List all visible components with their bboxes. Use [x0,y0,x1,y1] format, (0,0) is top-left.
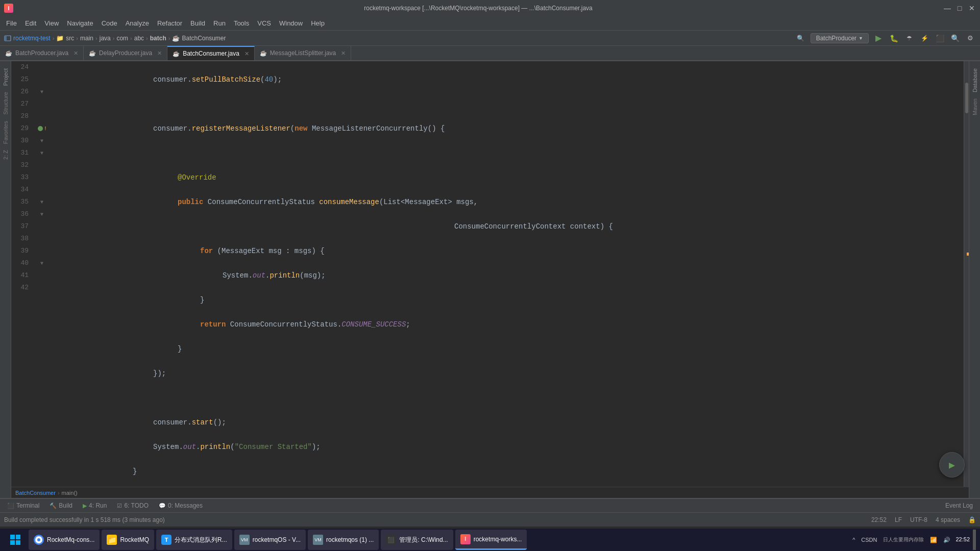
run-config-button[interactable]: BatchProducer ▼ [811,33,869,43]
sidebar-structure[interactable]: Structure [2,89,10,118]
sidebar-favorites[interactable]: Favorites [2,118,10,147]
tab-close-messagelistsplitter[interactable]: ✕ [341,50,346,57]
tab-close-batchproducer[interactable]: ✕ [74,50,78,57]
menu-navigate[interactable]: Navigate [63,17,97,29]
nav-java[interactable]: java [100,35,111,42]
breadcrumb-method[interactable]: main() [62,490,78,496]
menu-refactor[interactable]: Refactor [153,17,186,29]
build-icon: 🔨 [50,503,57,509]
run-button[interactable]: ▶ [873,33,884,44]
menu-code[interactable]: Code [97,17,121,29]
menu-vcs[interactable]: VCS [253,17,275,29]
menu-tools[interactable]: Tools [230,17,253,29]
clock-time: 22:52 [955,536,970,543]
code-line-31: for (MessageExt msg : msgs) { [51,245,964,257]
tool-tab-terminal[interactable]: ⬛ Terminal [2,499,44,512]
close-button[interactable]: ✕ [968,4,976,12]
tab-batchconsumer[interactable]: ☕ BatchConsumer.java ✕ [167,46,255,60]
messages-icon: 💬 [159,503,166,509]
taskbar-app-rocketmq[interactable]: 📁 RocketMQ [102,530,154,550]
code-line-34: return ConsumeConcurrentlyStatus.CONSUME… [51,318,964,331]
settings-button[interactable]: ⚙ [965,33,976,44]
code-editor[interactable]: consumer.setPullBatchSize(40); consumer.… [47,61,964,487]
tab-close-delayproducer[interactable]: ✕ [157,50,162,57]
maximize-button[interactable]: □ [955,4,964,12]
sidebar-2z[interactable]: 2: Z [2,147,10,163]
nav-abc[interactable]: abc [134,35,144,42]
sidebar-maven[interactable]: Maven [971,95,979,118]
line-numbers: 24 25 26 27 28 29 30 31 32 33 34 35 36 3… [11,61,37,487]
windows-start-button[interactable] [4,529,27,551]
search-everywhere-button[interactable]: 🔍 [949,33,961,44]
nav-file[interactable]: BatchConsumer [182,35,226,42]
status-cursor-position[interactable]: 22:52 [871,516,887,523]
tab-messagelistsplitter[interactable]: ☕ MessageListSplitter.java ✕ [255,46,351,60]
sidebar-project[interactable]: Project [2,65,10,89]
svg-rect-5 [16,540,20,545]
status-encoding[interactable]: UTF-8 [910,516,927,523]
nav-sep-3: › [95,35,97,41]
svg-rect-1 [5,36,7,41]
nav-com[interactable]: com [116,35,128,42]
menu-run[interactable]: Run [209,17,230,29]
taskbar-label-folder: RocketMQ [120,536,149,543]
floating-run-btn[interactable]: ▶ [939,452,965,478]
status-line-separator[interactable]: LF [895,516,902,523]
tool-tab-todo[interactable]: ☑ 6: TODO [112,499,154,512]
minimize-button[interactable]: — [943,4,951,12]
nav-batch[interactable]: batch [150,35,166,42]
menu-window[interactable]: Window [275,17,307,29]
breadcrumb-class[interactable]: BatchConsumer [15,490,56,496]
tab-close-batchconsumer[interactable]: ✕ [244,51,249,57]
profile-button[interactable]: ⚡ [919,33,930,44]
tray-network[interactable]: 📶 [928,536,939,544]
tool-tab-run[interactable]: ▶ 4: Run [78,499,112,512]
tool-tab-build[interactable]: 🔨 Build [44,499,78,512]
tab-label-batchproducer: BatchProducer.java [15,49,68,57]
taskbar-app-vm2[interactable]: VM rocketmqos (1) ... [308,530,379,550]
taskbar-clock[interactable]: 22:52 [955,536,970,543]
scroll-thumb[interactable] [965,83,968,113]
tray-expand[interactable]: ^ [850,536,857,544]
scroll-track[interactable] [964,61,969,487]
tab-delayproducer[interactable]: ☕ DelayProducer.java ✕ [84,46,167,60]
debug-button[interactable]: 🐛 [888,33,899,44]
stop-button[interactable]: ⬛ [934,33,945,44]
svg-rect-3 [16,535,20,539]
nav-project[interactable]: rocketmq-test [13,35,51,42]
status-indent[interactable]: 4 spaces [936,516,960,523]
code-line-35: } [51,343,964,355]
title-text: rocketmq-workspace [...\RocketMQ\rocketm… [13,5,943,12]
menu-view[interactable]: View [40,17,63,29]
menu-help[interactable]: Help [307,17,329,29]
nav-src[interactable]: src [66,35,74,42]
nav-search-button[interactable]: 🔍 [795,33,806,44]
editor-container[interactable]: 24 25 26 27 28 29 30 31 32 33 34 35 36 3… [11,61,969,498]
taskbar-app-cmd[interactable]: ⬛ 管理员: C:\Wind... [381,530,453,550]
tray-volume[interactable]: 🔊 [941,536,952,544]
taskbar-app-vm1[interactable]: VM rocketmqOS - V... [234,530,306,550]
menu-file[interactable]: File [2,17,21,29]
event-log-link[interactable]: Event Log [940,499,978,512]
tray-csdn[interactable]: CSDN [859,536,879,544]
tool-tab-messages[interactable]: 💬 0: Messages [154,499,208,512]
menu-analyze[interactable]: Analyze [121,17,153,29]
taskbar-app-intellij[interactable]: I rocketmq-works... [455,530,527,550]
show-desktop-button[interactable] [973,530,976,550]
intellij-taskbar-icon: I [460,534,471,544]
taskbar-app-rocketmq-cons[interactable]: RocketMq-cons... [29,530,100,550]
breadcrumb-sep: › [58,490,60,496]
sidebar-database[interactable]: Database [971,65,979,95]
taskbar-app-typora[interactable]: T 分布式消息队列R... [156,530,232,550]
cmd-icon: ⬛ [386,535,396,545]
code-area: 24 25 26 27 28 29 30 31 32 33 34 35 36 3… [11,61,969,487]
tool-tab-messages-label: 0: Messages [168,502,203,509]
nav-main[interactable]: main [80,35,93,42]
coverage-button[interactable]: ☂ [903,33,915,44]
menu-edit[interactable]: Edit [21,17,40,29]
tab-label-batchconsumer: BatchConsumer.java [183,50,239,57]
code-line-30: ConsumeConcurrentlyContext context) { [51,220,964,233]
menu-build[interactable]: Build [186,17,209,29]
svg-rect-2 [10,535,15,539]
tab-batchproducer[interactable]: ☕ BatchProducer.java ✕ [0,46,84,60]
